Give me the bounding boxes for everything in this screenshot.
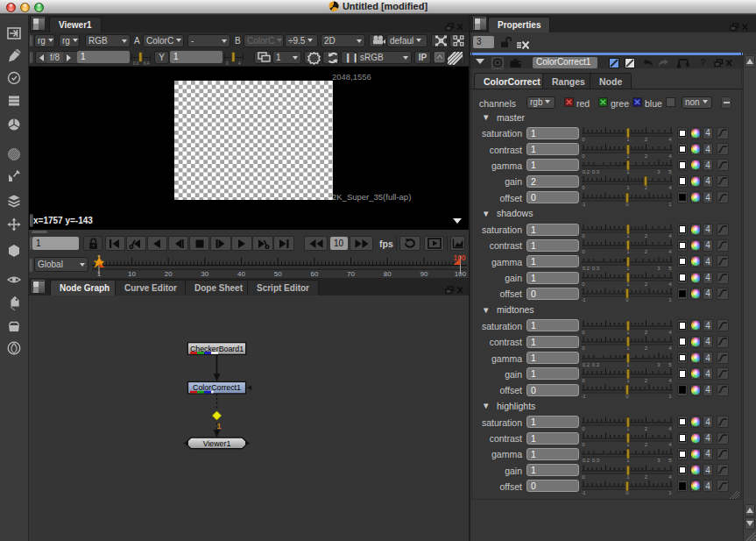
svg-text:0.2: 0.2 [583,168,590,174]
svg-text:3: 3 [657,458,661,463]
svg-text:0.3: 0.3 [592,265,600,270]
svg-text:0: 0 [582,442,585,447]
svg-text:0: 0 [582,377,585,382]
svg-text:0: 0 [582,233,585,238]
svg-text:0: 0 [582,249,585,254]
svg-text:0: 0 [226,61,229,66]
svg-text:1: 1 [668,489,672,495]
svg-text:4: 4 [668,153,672,158]
svg-text:10: 10 [128,270,136,278]
svg-text:4: 4 [668,377,672,382]
svg-text:0: 0 [582,281,585,287]
svg-text:2: 2 [645,281,648,287]
svg-text:60: 60 [310,270,318,278]
svg-text:0.2: 0.2 [583,361,590,367]
svg-text:0.3: 0.3 [592,361,600,367]
svg-text:50: 50 [274,270,282,278]
svg-text:0: 0 [582,345,585,351]
svg-text:2: 2 [645,377,648,382]
svg-text:4: 4 [668,329,672,334]
svg-text:1: 1 [626,185,630,190]
svg-text:1: 1 [668,394,672,399]
svg-text:5: 5 [668,361,672,367]
svg-text:30: 30 [201,270,208,278]
svg-text:4: 4 [668,233,672,238]
svg-text:0: 0 [582,473,585,479]
svg-text:2: 2 [645,153,648,158]
svg-text:5: 5 [668,168,672,174]
svg-text:4: 4 [668,473,672,479]
svg-text:1: 1 [668,297,672,303]
svg-text:2: 2 [645,345,648,351]
svg-text:4: 4 [668,281,672,287]
svg-text:2: 2 [645,425,648,431]
svg-text:0: 0 [582,185,585,190]
svg-text:ColorCorrect1: ColorCorrect1 [193,383,241,392]
svg-text:2: 2 [645,473,648,479]
svg-text:4: 4 [238,61,241,66]
svg-text:2: 2 [645,233,648,238]
svg-text:0.3: 0.3 [592,458,600,463]
svg-text:2: 2 [645,137,648,142]
svg-text:4: 4 [668,249,672,254]
svg-text:4: 4 [668,137,672,142]
svg-text:0: 0 [582,425,585,431]
svg-text:4: 4 [668,425,672,431]
svg-text:0.2: 0.2 [583,265,590,270]
svg-text:4: 4 [668,185,672,190]
svg-text:1: 1 [216,422,221,431]
svg-text:2: 2 [645,249,648,254]
svg-text:6.4: 6.4 [144,61,150,66]
svg-text:0: 0 [582,137,585,142]
svg-text:4: 4 [668,345,672,351]
svg-text:90: 90 [420,270,427,278]
svg-text:2: 2 [645,329,648,334]
svg-text:70: 70 [347,270,355,278]
svg-text:Viewer1: Viewer1 [203,439,231,448]
svg-text:0: 0 [582,329,585,334]
svg-text:0.0: 0.0 [133,61,139,66]
svg-text:1: 1 [668,201,672,206]
svg-text:80: 80 [384,270,392,278]
svg-text:-1: -1 [582,489,586,495]
svg-text:3: 3 [657,168,661,174]
svg-text:-1: -1 [582,297,586,303]
svg-text:5: 5 [668,458,672,463]
svg-text:40: 40 [237,270,245,278]
svg-text:4: 4 [668,442,672,447]
svg-text:2: 2 [645,442,648,447]
svg-text:0.2: 0.2 [583,458,590,463]
svg-text:5: 5 [668,265,672,270]
svg-text:3: 3 [657,265,661,270]
svg-text:-1: -1 [582,394,586,399]
svg-text:0: 0 [582,153,585,158]
svg-text:20: 20 [165,270,173,278]
svg-text:0.3: 0.3 [592,168,600,174]
svg-text:3: 3 [657,361,661,367]
svg-text:-1: -1 [582,201,586,206]
svg-text:CheckerBoard1: CheckerBoard1 [190,345,244,353]
